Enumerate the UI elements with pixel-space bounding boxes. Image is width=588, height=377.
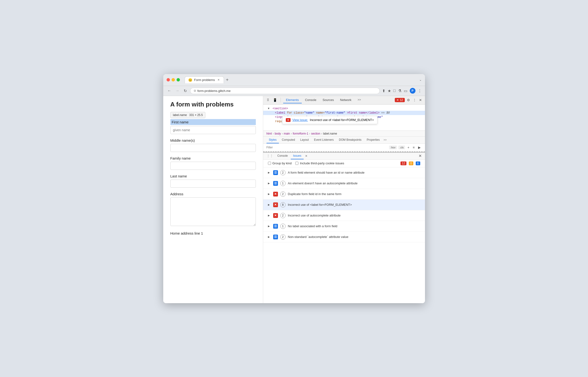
element-tooltip: label.name 331 × 25.5 [170,112,206,118]
add-style-rule-button[interactable]: + [407,145,410,150]
view-issue-link[interactable]: View issue: [293,118,308,122]
bottom-tabs-bar: ⋮⋮ Console Issues ✕ ✕ [263,153,425,160]
address-textarea[interactable] [170,197,256,226]
address-group: Address [170,192,256,227]
traffic-light-yellow[interactable] [171,78,175,82]
tab-close-button[interactable]: ✕ [217,78,220,82]
tab-sources[interactable]: Sources [320,97,337,103]
breadcrumb-section[interactable]: section [311,132,320,135]
breadcrumb-html[interactable]: html [267,132,272,135]
new-style-rule-button[interactable]: ≡ [412,145,416,150]
issue-item-7[interactable]: ▶ ☰ 2 Non-standard `autocomplete` attrib… [263,232,425,242]
properties-tab[interactable]: Properties [364,137,382,143]
issue-icon-3: ✕ [273,192,278,197]
home-address-group: Home address line 1 [170,231,256,235]
device-toolbar-icon[interactable]: 📱 [272,97,278,103]
last-name-input[interactable] [170,180,256,188]
extensions-button[interactable]: □ [393,89,396,93]
breadcrumb-label[interactable]: label.name [323,132,337,135]
new-tab-button[interactable]: + [224,77,231,83]
back-button[interactable]: ← [167,88,172,93]
issues-tab-close[interactable]: ✕ [304,154,308,158]
issue-text-7: Non-standard `autocomplete` attribute va… [288,235,420,239]
traffic-light-green[interactable] [177,78,180,82]
computed-tab[interactable]: Computed [279,137,297,143]
traffic-light-red[interactable] [167,78,170,82]
issue-tooltip-message: Incorrect use of <label for=FORM_ELEMENT… [310,118,374,122]
address-actions: ⬆ ★ □ ⚗ ▭ P ⋮ [382,88,422,94]
issues-tab-bottom[interactable]: Issues [291,153,304,159]
styles-subtabs: Styles Computed Layout Event Listeners D… [263,137,425,144]
family-name-input[interactable] [170,162,256,170]
middle-name-input[interactable] [170,144,256,152]
element-selector-icon[interactable]: ⠿ [266,97,270,103]
filter-input[interactable] [267,146,387,149]
issue-icon-2: ☰ [273,181,278,186]
hov-filter-button[interactable]: :hov [389,145,397,149]
issue-text-2: An element doesn't have an autocomplete … [288,181,420,185]
filter-actions: :hov .cls + ≡ ▶ [389,145,422,150]
third-party-checkbox[interactable]: Include third-party cookie issues [295,162,344,165]
console-tab-bottom[interactable]: Console [275,153,290,159]
sidebar-button[interactable]: ▭ [404,89,407,93]
first-name-label: First name [170,119,256,125]
home-address-label: Home address line 1 [170,231,256,235]
refresh-button[interactable]: ↻ [183,88,188,94]
forward-button[interactable]: → [175,88,180,93]
event-listeners-tab[interactable]: Event Listeners [312,137,336,143]
elements-area: ▼ <section> <label for class="name" name… [263,105,425,131]
first-name-input[interactable] [170,126,256,134]
issue-item-3[interactable]: ▶ ✕ 2 Duplicate form field id in the sam… [263,189,425,200]
dom-breakpoints-tab[interactable]: DOM Breakpoints [337,137,364,143]
html-line-section: ▼ <section> [263,106,425,111]
issue-text-6: No label associated with a form field [288,224,420,228]
webpage-panel: A form with problems label.name 331 × 25… [163,96,263,303]
family-name-group: Family name [170,156,256,170]
issue-icon-4: ✕ [273,202,278,207]
bookmark-button[interactable]: ★ [388,89,391,93]
more-tabs-button[interactable]: >> [384,139,387,141]
breadcrumb-body[interactable]: body [275,132,281,135]
devtools-panel: ⠿ 📱 Elements Console Sources Network >> … [263,96,425,303]
url-bar[interactable]: ⊙ form-problems.glitch.me [190,88,380,94]
tab-console[interactable]: Console [302,97,319,103]
issue-item-4[interactable]: ▶ ✕ 8 Incorrect use of <label for=FORM_E… [263,200,425,210]
layout-tab[interactable]: Layout [298,137,311,143]
toggle-style-button[interactable]: ▶ [417,145,422,150]
issue-item-5[interactable]: ▶ ✕ 2 Incorrect use of autocomplete attr… [263,210,425,221]
title-bar: 😐 Form problems ✕ + ⌄ [163,74,425,86]
profile-button[interactable]: P [410,88,416,94]
tab-network[interactable]: Network [337,97,354,103]
share-button[interactable]: ⬆ [382,89,385,93]
issue-text-5: Incorrect use of autocomplete attribute [288,214,420,217]
error-count-badge[interactable]: ✕ 12 [395,98,405,102]
tab-more[interactable]: >> [355,97,364,103]
group-by-kind-checkbox[interactable]: Group by kind [268,162,292,165]
more-options-button[interactable]: ⋮ [418,89,422,93]
devtools-close-button[interactable]: ✕ [418,97,423,103]
cls-filter-button[interactable]: .cls [398,145,405,149]
styles-tab[interactable]: Styles [267,137,279,143]
third-party-check[interactable] [295,162,298,165]
issue-item-1[interactable]: ▶ ☰ 2 A form field element should have a… [263,167,425,178]
devtools-more-button[interactable]: ⋮ [412,97,417,103]
issue-item-2[interactable]: ▶ ☰ 1 An element doesn't have an autocom… [263,178,425,189]
bottom-panel-close[interactable]: ✕ [418,153,422,158]
breadcrumb-main[interactable]: main [284,132,290,135]
devtools-flask-button[interactable]: ⚗ [398,89,401,93]
issue-arrow-7: ▶ [268,236,271,238]
error-badge-x: ✕ [396,98,399,102]
issue-count-1: 2 [280,170,285,175]
html-line-label[interactable]: <label for class="name" name="first-name… [263,111,425,115]
group-by-kind-check[interactable] [268,162,271,165]
drag-handle[interactable]: ⋮⋮ [267,154,273,158]
expand-button[interactable]: ▼ [267,107,271,110]
issue-item-6[interactable]: ▶ ☰ 1 No label associated with a form fi… [263,221,425,232]
breadcrumb-form[interactable]: form#form-1 [293,132,308,135]
tab-elements[interactable]: Elements [283,97,302,103]
tab-dropdown-button[interactable]: ⌄ [419,78,422,82]
devtools-tabs: Elements Console Sources Network >> [283,97,364,103]
issue-arrow-1: ▶ [268,171,271,174]
active-tab[interactable]: 😐 Form problems ✕ [185,76,224,83]
settings-button[interactable]: ⚙ [406,97,411,103]
